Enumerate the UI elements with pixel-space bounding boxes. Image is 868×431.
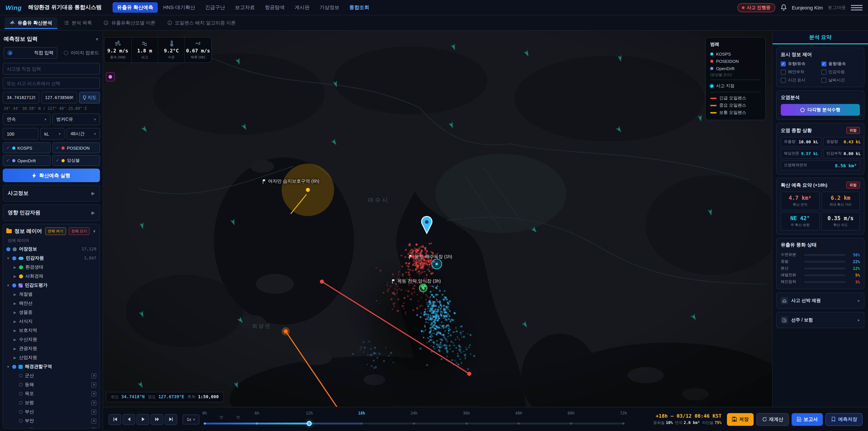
layer-row-산업자원[interactable]: ▶산업자원	[6, 353, 96, 362]
layer-zoom-icon[interactable]	[91, 373, 96, 378]
event-marker[interactable]: ♡	[219, 415, 223, 420]
layer-toggle[interactable]	[19, 392, 23, 396]
display-option-0[interactable]: ✓유향/유속	[781, 61, 819, 67]
nav-item-6[interactable]: 기상정보	[315, 2, 344, 13]
layer-toggle[interactable]	[19, 428, 23, 429]
map-callout-2[interactable]: 목동 전략 양식장 (3h)	[392, 278, 441, 284]
section-vessel-specs[interactable]: 사고 선박 제원▸	[776, 293, 864, 309]
playback-speed-select[interactable]: 1x▾	[183, 414, 199, 424]
duration-select[interactable]: 48시간▾	[66, 128, 100, 140]
layer-zoom-icon[interactable]	[91, 400, 96, 405]
amount-input[interactable]	[3, 128, 38, 140]
layer-row-계절별[interactable]: ▶계절별	[6, 290, 96, 299]
urgent-oil-fence[interactable]	[322, 282, 469, 374]
skip-start-button[interactable]	[108, 414, 121, 425]
input-mode-radio-1[interactable]: 이미지 업로드	[64, 47, 99, 59]
layer-row-해경관할구역[interactable]: ▼해경관할구역	[6, 362, 96, 371]
layer-row-해안선[interactable]: ▶해안선	[6, 299, 96, 308]
display-option-1[interactable]: ✓풍향/풍속	[821, 61, 860, 67]
map-callout-0[interactable]: 여자만 습지보호구역 (6h)	[262, 178, 319, 184]
layer-toggle[interactable]	[19, 383, 23, 387]
accident-name-input[interactable]	[3, 63, 100, 74]
display-option-2[interactable]: 해안부착	[781, 69, 819, 75]
layer-toggle[interactable]	[19, 410, 23, 413]
recalculate-button[interactable]: 재계산	[756, 413, 789, 426]
layer-zoom-icon[interactable]	[91, 382, 96, 387]
layer-row-부안[interactable]: 부안	[6, 416, 96, 425]
unit-select[interactable]: kL▾	[40, 128, 65, 140]
nav-item-5[interactable]: 게시판	[290, 2, 314, 13]
hamburger-menu-icon[interactable]	[851, 3, 863, 12]
tab-2[interactable]: 유출유확산모델 이론	[98, 17, 161, 29]
skip-end-button[interactable]	[164, 414, 177, 425]
event-marker[interactable]: ♡	[236, 415, 240, 420]
save-button[interactable]: 저장	[727, 413, 754, 426]
layer-toggle[interactable]	[19, 401, 23, 405]
section-accident-info[interactable]: 사고정보▶	[3, 185, 100, 202]
map-canvas[interactable]: 여자만 습지보호구역 (6h)웅포 해수욕장 (1h)목동 전략 양식장 (3h…	[103, 31, 772, 407]
layer-row-환경생태[interactable]: ▶환경생태	[6, 263, 96, 272]
layer-row-민감도평가[interactable]: ▼민감도평가	[6, 281, 96, 290]
step-back-button[interactable]	[123, 414, 135, 425]
report-button[interactable]: 예측저장 보고서	[792, 413, 823, 426]
layer-row-관광자원[interactable]: ▶관광자원	[6, 344, 96, 353]
map-callout-1[interactable]: 웅포 해수욕장 (1h)	[409, 254, 452, 260]
tab-1[interactable]: 분석 목록	[59, 17, 97, 29]
layers-collapse-icon[interactable]: ▼	[92, 229, 96, 234]
incident-pin[interactable]	[422, 217, 432, 233]
oil-type-select[interactable]: 벙커C유▾	[52, 114, 100, 125]
section-affected-resources[interactable]: 영향 민감자원▶	[3, 204, 100, 221]
all-layers-off-button[interactable]: 전체 끄기	[69, 227, 90, 235]
tab-3[interactable]: 오일펜스 배치 알고리즘 이론	[162, 17, 241, 29]
nav-item-7[interactable]: 통합조회	[345, 2, 374, 13]
layer-toggle[interactable]	[19, 419, 23, 423]
summary-header-tab[interactable]: 분석 요약	[773, 31, 868, 44]
layer-row-민감자원[interactable]: ▼민감자원3,947	[6, 254, 96, 263]
layer-row-보호지역[interactable]: ▶보호지역	[6, 326, 96, 335]
model-chip-POSEIDON[interactable]: ✓POSEIDON	[52, 143, 100, 153]
tab-0[interactable]: 유출유 확산분석	[4, 17, 58, 29]
all-layers-on-button[interactable]: 전체 켜기	[45, 227, 66, 235]
nav-item-4[interactable]: 항공탐색	[260, 2, 289, 13]
layer-row-수산자원[interactable]: ▶수산자원	[6, 335, 96, 344]
layer-row-보령[interactable]: 보령	[6, 398, 96, 407]
nav-item-0[interactable]: 유출유 확산예측	[113, 2, 158, 13]
major-oil-fence[interactable]	[286, 331, 337, 407]
timeline-handle[interactable]	[307, 421, 312, 426]
run-prediction-button[interactable]: 확산예측 실행	[3, 168, 100, 182]
nav-item-3[interactable]: 보고자료	[230, 2, 259, 13]
spill-type-select[interactable]: 연속▾	[3, 114, 51, 125]
layer-zoom-icon[interactable]	[91, 409, 96, 414]
longitude-input[interactable]	[41, 92, 77, 103]
layer-toggle[interactable]	[19, 374, 23, 377]
map-style-button[interactable]	[106, 72, 115, 81]
layer-zoom-icon[interactable]	[91, 391, 96, 396]
layer-toggle[interactable]	[12, 256, 16, 260]
layer-zoom-icon[interactable]	[91, 427, 96, 429]
layer-row-생물종[interactable]: ▶생물종	[6, 308, 96, 317]
section-owner-insurance[interactable]: 선주 / 보험▸	[776, 312, 864, 328]
model-chip-앙상블[interactable]: ✓앙상블	[52, 155, 100, 166]
save-prediction-button[interactable]: 예측저장	[826, 413, 863, 426]
layer-toggle[interactable]	[6, 247, 10, 251]
input-mode-radio-0[interactable]: 직접 입력	[4, 47, 57, 59]
display-option-3[interactable]: 민감자원	[821, 69, 860, 75]
layer-row-동해[interactable]: 동해	[6, 380, 96, 389]
bell-icon[interactable]	[780, 4, 787, 11]
logout-link[interactable]: 로그아웃	[828, 4, 846, 11]
layer-row-서식지[interactable]: ▶서식지	[6, 317, 96, 326]
layer-row-사회경제[interactable]: ▶사회경제	[6, 272, 96, 281]
play-button[interactable]	[136, 414, 149, 425]
latitude-input[interactable]	[3, 92, 39, 103]
time-slider[interactable]: 0h6h12h18h24h36h48h60h72h♡♡	[205, 409, 623, 430]
polygon-analysis-button[interactable]: 다각형 분석수행	[781, 104, 860, 116]
user-name[interactable]: Eunjeong Kim	[792, 5, 823, 10]
model-chip-KOSPS[interactable]: ✓KOSPS	[3, 143, 51, 153]
layer-toggle[interactable]	[12, 365, 16, 369]
accident-list-input[interactable]	[3, 77, 100, 89]
layer-row-목포[interactable]: 목포	[6, 389, 96, 398]
model-chip-OpenDrift[interactable]: ✓OpenDrift	[3, 155, 51, 166]
display-option-4[interactable]: 시간 표시	[781, 77, 819, 83]
display-option-5[interactable]: 날짜시간	[821, 77, 860, 83]
layer-row-어장정보[interactable]: 어장정보17,129	[6, 245, 96, 254]
